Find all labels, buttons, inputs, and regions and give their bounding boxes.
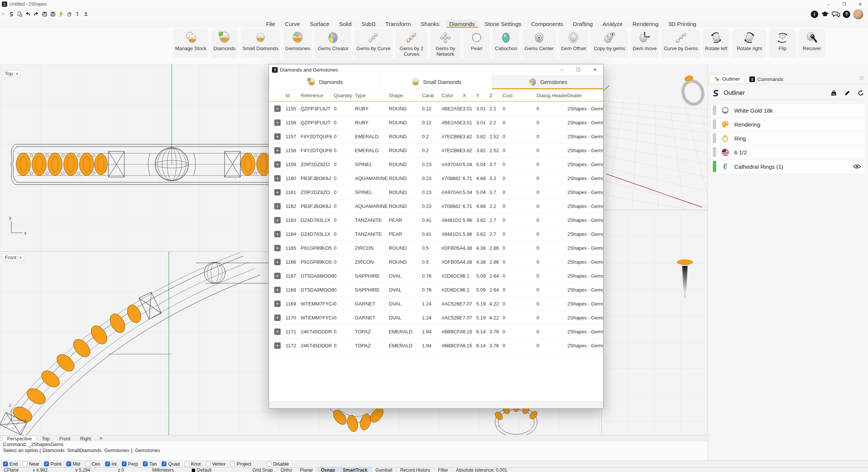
add-row-button[interactable]: + [274, 175, 281, 182]
add-row-button[interactable]: + [274, 342, 281, 349]
redo-icon[interactable] [33, 11, 40, 17]
checkbox-icon[interactable] [143, 461, 148, 466]
table-row[interactable]: + 1166 P91GP89KO5 0 ZIRCON ROUND 0.5 #DF… [269, 255, 603, 269]
help-icon[interactable]: ? [843, 11, 850, 18]
outliner-item-size[interactable]: 6 1/2 [711, 145, 865, 159]
restore-icon[interactable]: ❐ [836, 0, 852, 8]
save-icon[interactable] [41, 11, 48, 17]
status-cell[interactable]: y 5.294 [72, 467, 114, 472]
checkbox-icon[interactable] [230, 461, 235, 466]
item-handle[interactable] [713, 105, 716, 115]
osnap-toggle[interactable]: Vertex [206, 461, 225, 467]
pencil-icon[interactable] [844, 90, 851, 96]
checkbox-icon[interactable] [66, 461, 71, 466]
copy-by-gems-button[interactable]: Copy by gems [591, 29, 628, 58]
status-cell[interactable]: SmartTrack [339, 467, 371, 472]
status-cell[interactable]: Millimeters [148, 467, 188, 472]
table-row[interactable]: + 1162 PB3FJBOK6J 0 AQUAMARINE ROUND 0.2… [269, 199, 603, 213]
item-handle[interactable] [713, 133, 716, 143]
dialog-maximize-icon[interactable]: ☐ [570, 64, 587, 75]
table-row[interactable]: + 1158 F4Y2DTQUF8 0 EMERALD ROUND 0.2 #7… [269, 144, 603, 157]
table-row[interactable]: + 1169 WTEMM7FYC4 0 GARNET OVAL 1.24 #AC… [269, 297, 603, 311]
undo-icon[interactable] [25, 11, 31, 17]
menu-item[interactable]: Transform [382, 20, 414, 28]
osnap-toggle[interactable]: Mid [66, 461, 80, 467]
table-row[interactable]: + 1170 WTEMM7FYC4 0 GARNET OVAL 1.24 #AC… [269, 311, 603, 325]
menu-item[interactable]: Shanks [418, 20, 443, 28]
small-diamonds-button[interactable]: Small Diamonds [241, 29, 280, 58]
menu-item[interactable]: Diamonds [446, 20, 478, 28]
close-icon[interactable]: ✕ [852, 0, 868, 8]
checkbox-icon[interactable] [267, 461, 272, 466]
gems-center-button[interactable]: Gems Center [522, 29, 556, 58]
add-row-button[interactable]: + [274, 328, 281, 335]
eye-icon[interactable] [853, 164, 861, 169]
add-row-button[interactable]: + [274, 161, 281, 168]
add-row-button[interactable]: + [274, 301, 281, 307]
table-row[interactable]: + 1168 GT5DA8MOO8 0 SAPPHIRE OVAL 0.76 #… [269, 283, 603, 297]
status-cell[interactable]: Osnap [317, 467, 339, 472]
dialog-titlebar[interactable]: Diamonds and Gemstones – ☐ ✕ [269, 64, 603, 75]
recover-button[interactable]: Recover [799, 29, 825, 58]
gem-move-button[interactable]: Gem move [631, 29, 659, 58]
table-row[interactable]: + 1161 Z0IP2DZ8ZO 0 SPINEL ROUND 0.23 #A… [269, 185, 603, 199]
checkbox-icon[interactable] [122, 461, 127, 466]
menu-item[interactable]: Curve [282, 20, 303, 28]
checkbox-icon[interactable] [85, 461, 90, 466]
table-row[interactable]: + 1172 24KT45DDDR 0 TOPAZ EMERALD 1.94 #… [269, 339, 603, 353]
rotate-right-button[interactable]: Rotate right [732, 29, 766, 58]
checkbox-icon[interactable] [23, 461, 28, 466]
table-row[interactable]: + 1157 F4Y2DTQUF8 0 EMERALD ROUND 0.2 #7… [269, 130, 603, 144]
outliner-item-metal[interactable]: White Gold 18k [711, 104, 865, 118]
add-row-button[interactable]: + [274, 287, 281, 293]
viewport-divider[interactable] [602, 210, 708, 210]
table-row[interactable]: + 1171 24KT45DDDR 0 TOPAZ EMERALD 1.94 #… [269, 325, 603, 339]
table-row[interactable]: + 1156 QZPP3FL6JT 0 RUBY ROUND 0.12 #BE2… [269, 116, 603, 130]
menu-item[interactable]: Rendering [630, 20, 662, 28]
gems-by-2-curves-button[interactable]: Gems by 2 Curves [396, 29, 427, 58]
status-cell[interactable]: Grid Snap [249, 467, 277, 472]
gear-icon[interactable] [859, 75, 864, 81]
dialog-close-icon[interactable]: ✕ [587, 64, 603, 75]
add-row-button[interactable]: + [274, 203, 281, 209]
osnap-toggle[interactable]: Int [105, 461, 117, 467]
viewport-top-label[interactable]: Top▾ [2, 70, 21, 77]
table-row[interactable]: + 1164 DZ4D783L1X 0 TANZANITE PEAR 0.41 … [269, 227, 603, 241]
stamp-icon[interactable] [83, 11, 89, 17]
viewport-tab[interactable]: Top [37, 435, 54, 442]
gemstones-button[interactable]: Gemstones [283, 29, 312, 58]
outliner-group-cathedral[interactable]: Cathedral Rings (1) [710, 159, 866, 174]
table-row[interactable]: + 1165 P91GP89KO5 0 ZIRCON ROUND 0.5 #DF… [269, 241, 603, 255]
status-cell[interactable]: CPlane [0, 467, 29, 472]
checkbox-icon[interactable] [3, 461, 8, 466]
add-row-button[interactable]: + [274, 315, 281, 321]
refresh-icon[interactable] [857, 90, 864, 96]
flip-button[interactable]: Flip [769, 29, 796, 58]
info-icon[interactable]: i [811, 11, 818, 18]
checkbox-icon[interactable] [185, 461, 189, 466]
add-row-button[interactable]: + [274, 245, 281, 251]
checkbox-icon[interactable] [105, 461, 110, 466]
checkbox-icon[interactable] [44, 461, 49, 466]
item-handle[interactable] [713, 119, 716, 129]
gems-by-curve-button[interactable]: Gems by Curve [354, 29, 393, 58]
table-row[interactable]: + 1167 GT5DA8MOO8 0 SAPPHIRE OVAL 0.76 #… [269, 269, 603, 283]
checkbox-icon[interactable] [206, 461, 211, 466]
add-row-button[interactable]: + [274, 273, 281, 279]
outliner-item-rendering[interactable]: Rendering [711, 118, 865, 131]
tab-commands[interactable]: Commands [745, 75, 788, 84]
osnap-toggle[interactable]: Point [44, 461, 61, 467]
status-cell[interactable]: Filter [434, 467, 452, 472]
rotate-left-button[interactable]: Rotate left [703, 29, 729, 58]
status-cell[interactable]: Gumball [371, 467, 396, 472]
menu-item[interactable]: Stone Settings [481, 20, 524, 28]
grab-icon[interactable] [66, 11, 73, 17]
cabochon-button[interactable]: Cabochon [493, 29, 519, 58]
command-area[interactable]: Command: _2ShapesGems Select an option (… [0, 441, 708, 460]
weight-kg-icon[interactable]: Kg [830, 90, 837, 96]
table-row[interactable]: + 1160 PB3FJBOK6J 0 AQUAMARINE ROUND 0.2… [269, 171, 603, 185]
avatar[interactable] [853, 9, 863, 20]
brand-swoosh-icon[interactable] [8, 11, 15, 17]
manage-stock-button[interactable]: Manage Stock [173, 29, 208, 58]
menu-item[interactable]: Surface [307, 20, 332, 28]
